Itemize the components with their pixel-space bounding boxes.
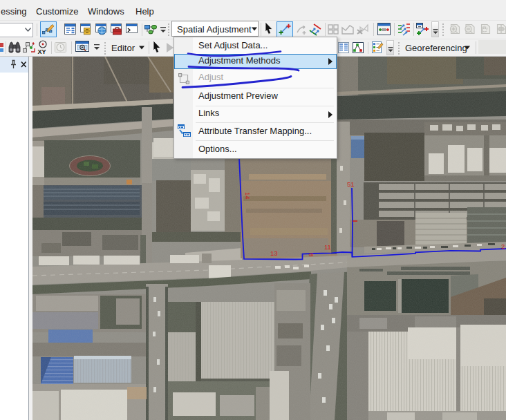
svg-text:51: 51	[347, 180, 355, 188]
svg-text:8: 8	[308, 253, 315, 256]
svg-text:XY: XY	[38, 48, 46, 55]
svg-text:2: 2	[501, 242, 505, 250]
svg-text:13: 13	[270, 249, 278, 257]
svg-text:11: 11	[324, 243, 331, 251]
svg-text:14: 14	[244, 192, 252, 200]
